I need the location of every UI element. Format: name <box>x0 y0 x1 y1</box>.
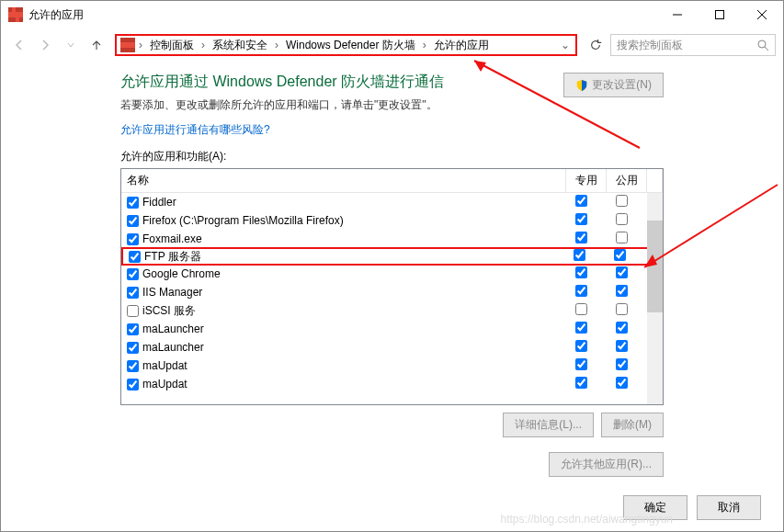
app-enable-checkbox[interactable] <box>127 215 139 227</box>
recent-dropdown[interactable] <box>60 34 82 56</box>
chevron-right-icon: › <box>199 39 207 51</box>
col-public-header[interactable]: 公用 <box>607 169 647 192</box>
public-checkbox[interactable] <box>616 303 628 315</box>
table-row[interactable]: iSCSI 服务 <box>121 301 663 320</box>
public-checkbox[interactable] <box>616 377 628 389</box>
back-button[interactable] <box>8 34 30 56</box>
breadcrumb-item[interactable]: 控制面板 <box>146 38 198 53</box>
private-checkbox[interactable] <box>575 322 587 334</box>
list-rows: FiddlerFirefox (C:\Program Files\Mozilla… <box>121 193 663 404</box>
app-name: IIS Manager <box>142 286 202 299</box>
chevron-down-icon[interactable]: ⌄ <box>559 39 572 51</box>
chevron-right-icon: › <box>137 39 144 51</box>
app-name: iSCSI 服务 <box>142 303 196 319</box>
table-row[interactable]: maUpdat <box>121 357 663 375</box>
public-checkbox[interactable] <box>616 195 628 207</box>
app-name: maLauncher <box>142 323 204 335</box>
private-checkbox[interactable] <box>575 303 587 315</box>
private-checkbox[interactable] <box>574 249 585 261</box>
cancel-button[interactable]: 取消 <box>697 495 761 520</box>
private-checkbox[interactable] <box>575 266 587 278</box>
public-checkbox[interactable] <box>616 340 628 352</box>
table-row[interactable]: Google Chrome <box>121 265 663 283</box>
titlebar: 允许的应用 <box>1 1 783 28</box>
public-checkbox[interactable] <box>616 322 628 334</box>
table-row[interactable]: IIS Manager <box>121 283 663 301</box>
app-name: maUpdat <box>142 359 187 372</box>
app-name: maUpdat <box>142 378 187 391</box>
public-checkbox[interactable] <box>616 266 628 278</box>
up-button[interactable] <box>85 34 108 56</box>
remove-button[interactable]: 删除(M) <box>601 413 664 437</box>
shield-icon <box>575 79 588 92</box>
app-name: maLauncher <box>142 341 204 354</box>
page-heading: 允许应用通过 Windows Defender 防火墙进行通信 <box>120 73 563 92</box>
nav-row: › 控制面板 › 系统和安全 › Windows Defender 防火墙 › … <box>1 28 783 62</box>
search-input[interactable]: 搜索控制面板 <box>610 34 776 56</box>
app-name: Google Chrome <box>142 267 221 280</box>
svg-rect-2 <box>12 7 16 12</box>
app-enable-checkbox[interactable] <box>127 360 139 372</box>
public-checkbox[interactable] <box>616 232 628 243</box>
app-enable-checkbox[interactable] <box>127 342 139 354</box>
firewall-icon <box>8 7 23 22</box>
firewall-icon <box>120 38 135 52</box>
private-checkbox[interactable] <box>575 213 587 225</box>
app-enable-checkbox[interactable] <box>127 233 139 245</box>
app-enable-checkbox[interactable] <box>127 287 139 299</box>
details-button[interactable]: 详细信息(L)... <box>503 413 594 437</box>
app-enable-checkbox[interactable] <box>127 305 139 317</box>
refresh-button[interactable] <box>585 34 607 56</box>
table-row[interactable]: FTP 服务器 <box>121 247 663 266</box>
private-checkbox[interactable] <box>575 232 587 243</box>
scrollbar-thumb[interactable] <box>647 221 663 312</box>
public-checkbox[interactable] <box>616 358 628 370</box>
forward-button[interactable] <box>34 34 56 56</box>
table-row[interactable]: maLauncher <box>121 320 663 338</box>
app-name: FTP 服务器 <box>144 249 201 265</box>
private-checkbox[interactable] <box>575 340 587 352</box>
app-enable-checkbox[interactable] <box>127 268 139 280</box>
col-name-header[interactable]: 名称 <box>121 169 566 192</box>
main-content: 允许应用通过 Windows Defender 防火墙进行通信 若要添加、更改或… <box>1 62 783 477</box>
col-private-header[interactable]: 专用 <box>566 169 607 192</box>
app-enable-checkbox[interactable] <box>127 379 139 391</box>
svg-line-11 <box>765 47 768 51</box>
table-row[interactable]: Fiddler <box>121 193 663 211</box>
address-bar[interactable]: › 控制面板 › 系统和安全 › Windows Defender 防火墙 › … <box>115 34 577 56</box>
minimize-button[interactable] <box>656 1 699 28</box>
close-button[interactable] <box>741 1 783 28</box>
breadcrumb-item[interactable]: 系统和安全 <box>209 38 271 53</box>
app-name: Foxmail.exe <box>142 232 202 245</box>
private-checkbox[interactable] <box>575 358 587 370</box>
table-row[interactable]: maLauncher <box>121 338 663 357</box>
table-row[interactable]: Foxmail.exe <box>121 230 663 248</box>
watermark: https://blog.csdn.net/aiwangtingyun <box>501 513 673 526</box>
public-checkbox[interactable] <box>616 213 628 225</box>
search-placeholder: 搜索控制面板 <box>617 38 757 53</box>
public-checkbox[interactable] <box>614 249 626 261</box>
list-label: 允许的应用和功能(A): <box>120 149 664 164</box>
app-name: Fiddler <box>142 196 176 209</box>
app-enable-checkbox[interactable] <box>129 251 141 263</box>
public-checkbox[interactable] <box>616 285 628 297</box>
app-enable-checkbox[interactable] <box>127 323 139 335</box>
private-checkbox[interactable] <box>575 195 587 207</box>
risk-link[interactable]: 允许应用进行通信有哪些风险? <box>120 122 563 138</box>
svg-rect-3 <box>16 17 19 22</box>
table-row[interactable]: Firefox (C:\Program Files\Mozilla Firefo… <box>121 211 663 230</box>
allow-other-button[interactable]: 允许其他应用(R)... <box>549 452 664 477</box>
breadcrumb-item[interactable]: Windows Defender 防火墙 <box>282 38 419 53</box>
app-enable-checkbox[interactable] <box>127 197 139 209</box>
maximize-button[interactable] <box>699 1 741 28</box>
table-row[interactable]: maUpdat <box>121 375 663 393</box>
app-name: Firefox (C:\Program Files\Mozilla Firefo… <box>142 214 344 227</box>
page-subtext: 若要添加、更改或删除所允许的应用和端口，请单击"更改设置"。 <box>120 97 563 113</box>
window-title: 允许的应用 <box>28 7 656 23</box>
breadcrumb-item[interactable]: 允许的应用 <box>430 38 493 53</box>
private-checkbox[interactable] <box>575 377 587 389</box>
chevron-right-icon: › <box>273 39 280 51</box>
change-settings-button[interactable]: 更改设置(N) <box>563 73 664 97</box>
svg-rect-9 <box>120 42 135 48</box>
private-checkbox[interactable] <box>575 285 587 297</box>
